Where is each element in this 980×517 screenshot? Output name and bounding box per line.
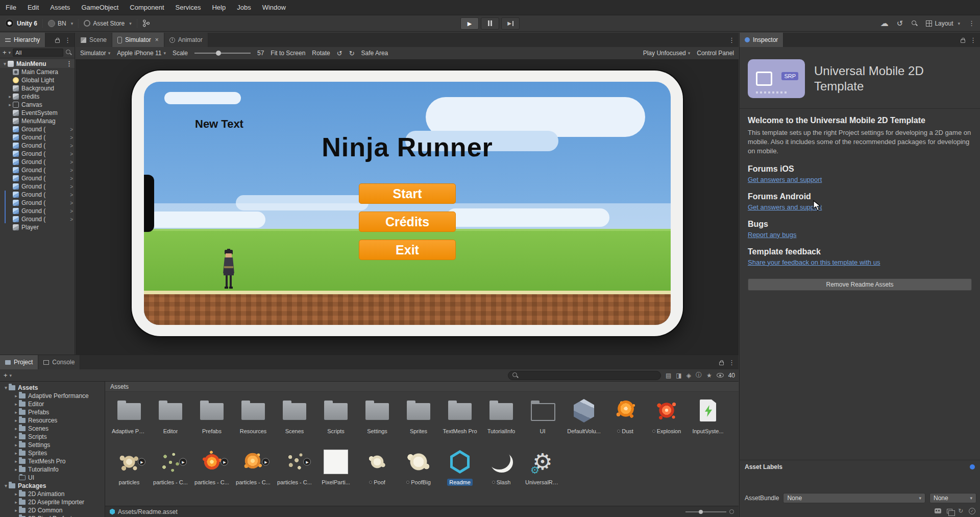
prefab-chevron-icon[interactable]: > [68,151,75,157]
tab-animator[interactable]: Animator [164,33,208,47]
layout-dropdown[interactable]: Layout [926,20,960,27]
hierarchy-item[interactable]: Ground ( > [0,199,75,207]
play-badge-icon[interactable] [179,458,187,466]
background-tasks-icon[interactable] [947,509,952,513]
asset-tile[interactable]: PixelParti... [316,447,356,497]
folder-tree-item[interactable]: ▸ 2D Common [0,506,105,514]
asset-tile[interactable]: particles - C... [275,447,314,497]
folder-tree-item[interactable]: ▸ Scenes [0,425,105,433]
asset-tile[interactable]: Adaptive Pe... [109,396,149,446]
tab-console[interactable]: Console [38,355,80,369]
tab-scene[interactable]: Scene [76,33,112,47]
folder-tree-item[interactable]: ▸ Settings [0,441,105,449]
game-menu-button[interactable]: Exit [359,240,456,260]
search-options-icon[interactable] [65,49,72,56]
hierarchy-item[interactable]: Ground ( > [0,182,75,191]
section-link[interactable]: Share your feedback on this template wit… [748,258,880,266]
menu-item[interactable]: Window [257,0,291,15]
device-dropdown[interactable]: Apple iPhone 11 [117,50,166,57]
control-panel-button[interactable]: Control Panel [697,50,734,57]
prefab-chevron-icon[interactable]: > [68,135,75,140]
version-control-icon[interactable] [142,19,150,27]
foldout-arrow[interactable]: ▸ [13,418,19,423]
menu-item[interactable]: GameObject [76,0,124,15]
hierarchy-item[interactable]: Ground ( > [0,150,75,158]
simulator-mode-dropdown[interactable]: Simulator [80,50,110,57]
tile-zoom-slider[interactable] [685,511,726,512]
assetbundle-variant-dropdown[interactable]: None [929,493,976,503]
panel-menu-icon[interactable] [970,36,976,44]
assetbundle-dropdown[interactable]: None [783,493,925,503]
scene-header-row[interactable]: ▾ MainMenu [0,59,75,68]
hierarchy-item[interactable]: ▸ crédits [0,92,75,101]
asset-tile[interactable]: PoofBig [399,447,438,497]
folder-tree-item[interactable]: ▸ 2D Pixel Perfect [0,514,105,517]
foldout-arrow[interactable]: ▸ [13,410,19,415]
prefab-chevron-icon[interactable]: > [68,159,75,165]
hierarchy-item[interactable]: Ground ( > [0,207,75,215]
scene-menu-icon[interactable] [66,60,72,67]
prefab-chevron-icon[interactable]: > [68,184,75,190]
unity-version-badge[interactable]: Unity 6 [5,19,37,28]
asset-tile[interactable]: Resources [233,396,273,446]
prefab-chevron-icon[interactable]: > [68,168,75,173]
hierarchy-item[interactable]: ▸ Canvas [0,101,75,109]
asset-tile[interactable]: particles - C... [233,447,273,497]
asset-tile[interactable]: TextMesh Pro [440,396,480,446]
menu-item[interactable]: Assets [44,0,76,15]
tab-project[interactable]: Project [0,355,38,369]
prefab-chevron-icon[interactable]: > [68,127,75,132]
asset-tile[interactable]: particles [109,447,149,497]
safe-area-toggle[interactable]: Safe Area [361,50,388,57]
prefab-chevron-icon[interactable]: > [68,143,75,149]
foldout-arrow[interactable]: ▸ [7,102,13,107]
asset-tile[interactable]: DefaultVolu... [564,396,604,446]
foldout-arrow[interactable]: ▸ [7,94,13,99]
close-tab-icon[interactable] [154,36,159,43]
lock-icon[interactable] [719,362,724,365]
pause-button[interactable] [481,17,499,30]
search-in-assets-icon[interactable]: ▤ [666,372,671,379]
tab-inspector[interactable]: Inspector [740,33,783,47]
folder-tree-item[interactable]: ▸ 2D Animation [0,490,105,498]
asset-tile[interactable]: Settings [357,396,397,446]
prefab-chevron-icon[interactable]: > [68,192,75,198]
hierarchy-item[interactable]: Ground ( > [0,174,75,182]
prefab-chevron-icon[interactable]: > [68,200,75,206]
device-screen[interactable]: New Text Ninja Runner Start Crédits Exit [144,82,671,325]
hierarchy-search-input[interactable] [13,49,63,57]
section-link[interactable]: Get answers and support [748,176,822,183]
folder-tree-item[interactable]: ▸ Adaptive Performance [0,392,105,400]
folder-tree-item[interactable]: ▸ Scripts [0,433,105,441]
foldout-arrow[interactable]: ▾ [3,385,9,390]
hierarchy-item[interactable]: Ground ( > [0,191,75,199]
foldout-arrow[interactable]: ▸ [13,500,19,505]
asset-tile[interactable]: UI [523,396,562,446]
hierarchy-item[interactable]: Main Camera [0,68,75,76]
play-button[interactable] [460,17,479,30]
asset-store-dropdown[interactable]: Asset Store [84,20,132,27]
scale-slider[interactable] [194,53,251,54]
hierarchy-item[interactable]: Ground ( > [0,158,75,166]
foldout-arrow[interactable]: ▾ [2,61,8,66]
menu-item[interactable]: Component [124,0,169,15]
tab-hierarchy[interactable]: Hierarchy [0,33,45,47]
foldout-arrow[interactable]: ▸ [13,393,19,398]
search-icon[interactable] [911,20,918,27]
prefab-chevron-icon[interactable]: > [68,217,75,222]
asset-tile[interactable]: Prefabs [192,396,232,446]
folder-tree-item[interactable]: ▸ TutorialInfo [0,465,105,474]
asset-tile[interactable]: Scripts [316,396,356,446]
hierarchy-item[interactable]: Global Light [0,76,75,84]
rotate-cw-icon[interactable]: ↻ [349,50,355,57]
breadcrumb[interactable]: Assets/Readme.asset [118,508,178,515]
favorites-icon[interactable]: ★ [706,372,712,379]
step-button[interactable] [501,17,520,30]
hierarchy-item[interactable]: Ground ( > [0,215,75,223]
section-link[interactable]: Report any bugs [748,231,796,239]
foldout-arrow[interactable]: ▾ [3,483,9,488]
panel-menu-icon[interactable] [728,36,735,44]
folder-tree-item[interactable]: ▸ Resources [0,416,105,425]
foldout-arrow[interactable]: ▸ [13,426,19,431]
menu-item[interactable]: Services [170,0,207,15]
